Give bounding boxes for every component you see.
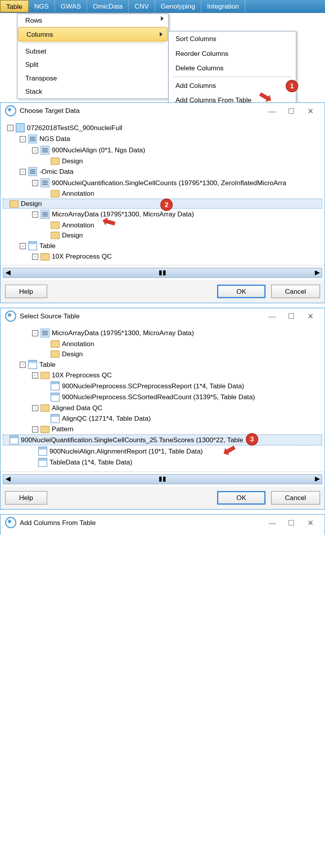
- menu-table[interactable]: Table: [0, 0, 29, 13]
- menuitem-split[interactable]: Split: [18, 58, 168, 71]
- dialog-select-source: Select Source Table — ☐ ✕ -MicroArrayDat…: [0, 308, 325, 510]
- app-icon: [5, 105, 16, 116]
- dialog-choose-target: Choose Target Data — ☐ ✕ -07262018TestSC…: [0, 102, 325, 303]
- menuitem-reorder-columns[interactable]: Reorder Columns: [169, 46, 296, 61]
- table-submenu: Rows Columns Subset Split Transpose Stac…: [17, 14, 169, 99]
- callout-2: 2: [160, 198, 173, 211]
- menu-omicdata[interactable]: OmicData: [87, 0, 129, 13]
- menuitem-stack[interactable]: Stack: [18, 85, 168, 98]
- app-icon: [5, 311, 16, 322]
- h-scrollbar[interactable]: ◀▮▮▶: [3, 268, 322, 278]
- ok-button[interactable]: OK: [217, 491, 265, 505]
- columns-flyout: Sort Columns Reorder Columns Delete Colu…: [168, 31, 296, 108]
- dialog-title: Choose Target Data: [20, 107, 262, 115]
- ok-button[interactable]: OK: [217, 285, 265, 298]
- submenu-arrow-icon: [161, 16, 164, 21]
- menu-cnv[interactable]: CNV: [129, 0, 155, 13]
- minimize-button[interactable]: —: [262, 107, 282, 115]
- cancel-button[interactable]: Cancel: [271, 491, 320, 505]
- menuitem-delete-columns[interactable]: Delete Columns: [169, 61, 296, 75]
- cancel-button[interactable]: Cancel: [271, 285, 320, 298]
- menu-integration[interactable]: Integration: [202, 0, 245, 13]
- menubar: Table NGS GWAS OmicData CNV Genotyping I…: [0, 0, 325, 13]
- app-icon: [5, 517, 16, 528]
- menuitem-add-columns[interactable]: Add Columns: [169, 78, 296, 93]
- help-button[interactable]: Help: [5, 491, 47, 505]
- source-tree[interactable]: -MicroArrayData (19795*1300, MicroArray …: [0, 324, 324, 472]
- close-button[interactable]: ✕: [301, 312, 320, 320]
- menuitem-rows[interactable]: Rows: [18, 14, 168, 27]
- menuitem-sort-columns[interactable]: Sort Columns: [169, 32, 296, 46]
- h-scrollbar[interactable]: ◀▮▮▶: [3, 474, 322, 484]
- menuitem-subset[interactable]: Subset: [18, 45, 168, 58]
- menu-ngs[interactable]: NGS: [29, 0, 55, 13]
- submenu-arrow-icon: [160, 32, 162, 37]
- help-button[interactable]: Help: [5, 285, 47, 298]
- maximize-button[interactable]: ☐: [282, 518, 301, 527]
- menuitem-columns[interactable]: Columns: [18, 27, 168, 41]
- minimize-button[interactable]: —: [262, 518, 282, 527]
- menu-genotyping[interactable]: Genotyping: [155, 0, 202, 13]
- minimize-button[interactable]: —: [262, 312, 282, 320]
- target-tree[interactable]: -07262018TestSC_900nucleiFull -NGS Data …: [0, 119, 324, 266]
- callout-1: 1: [286, 80, 298, 92]
- menu-gwas[interactable]: GWAS: [55, 0, 87, 13]
- maximize-button[interactable]: ☐: [282, 312, 301, 320]
- close-button[interactable]: ✕: [301, 107, 320, 115]
- dialog-title: Add Columns From Table: [20, 519, 262, 527]
- menuitem-transpose[interactable]: Transpose: [18, 71, 168, 85]
- tree-item-tsne-selected[interactable]: 900NucleiQuantification.SingleCellCounts…: [3, 434, 322, 446]
- maximize-button[interactable]: ☐: [282, 107, 301, 115]
- dialog-add-columns: Add Columns From Table — ☐ ✕ Source colu…: [0, 514, 325, 535]
- callout-3: 3: [246, 433, 258, 446]
- dialog-title: Select Source Table: [20, 312, 262, 320]
- close-button[interactable]: ✕: [301, 518, 320, 527]
